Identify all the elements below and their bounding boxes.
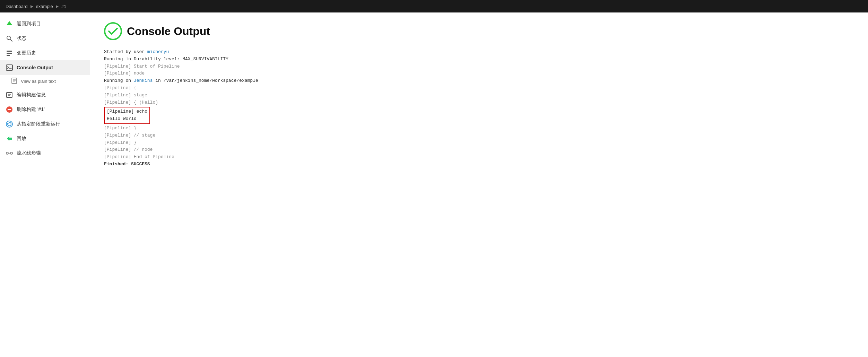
sidebar-label-edit-build-info: 编辑构建信息 [17,92,46,98]
console-line-2: Running in Durability level: MAX_SURVIVA… [104,56,854,63]
sidebar-label-view-plain-text: View as plain text [21,79,56,84]
svg-point-22 [105,23,121,40]
page-title: Console Output [127,25,210,38]
console-line-3: [Pipeline] Start of Pipeline [104,63,854,70]
arrow-up-icon [6,20,13,28]
svg-rect-4 [7,53,12,54]
svg-rect-5 [7,55,10,56]
sidebar-label-replay: 从指定阶段重新运行 [17,121,60,127]
edit-icon [6,91,13,99]
console-line-11: [Pipeline] } [104,139,854,147]
svg-marker-0 [7,21,12,25]
sidebar-item-status[interactable]: 状态 [0,31,90,46]
console-line-12: [Pipeline] // node [104,146,854,154]
sidebar-item-rollback[interactable]: 回放 [0,131,90,146]
top-bar: Dashboard ▶ example ▶ #1 [0,0,868,12]
search-icon [6,35,13,42]
console-line-echo: [Pipeline] echo [107,108,147,115]
console-line-6: [Pipeline] { [104,85,854,92]
breadcrumb-dashboard[interactable]: Dashboard [6,4,28,9]
svg-point-17 [6,121,12,127]
sidebar-item-pipeline-steps[interactable]: 流水线步骤 [0,146,90,160]
sidebar-label-pipeline-steps: 流水线步骤 [17,150,41,156]
page-title-row: Console Output [104,22,854,40]
sidebar-item-view-plain-text[interactable]: View as plain text [0,75,90,88]
svg-point-19 [6,152,8,154]
console-line-1: Started by user micheryu [104,49,854,56]
user-link[interactable]: micheryu [147,49,169,54]
sidebar-item-edit-build-info[interactable]: 编辑构建信息 [0,88,90,102]
svg-rect-3 [7,51,12,52]
console-line-4: [Pipeline] node [104,70,854,77]
svg-point-20 [10,152,12,154]
jenkins-link[interactable]: Jenkins [134,78,153,83]
sidebar-item-change-history[interactable]: 变更历史 [0,46,90,60]
console-line-finished: Finished: SUCCESS [104,161,854,168]
sidebar-item-back-to-project[interactable]: 返回到项目 [0,17,90,31]
sidebar-item-console-output[interactable]: Console Output [0,60,90,75]
breadcrumb: Dashboard ▶ example ▶ #1 [6,4,66,9]
main-content: Console Output Started by user micheryu … [90,12,868,357]
console-line-8: [Pipeline] { (Hello) [104,99,854,106]
replay-icon [6,120,13,128]
breadcrumb-sep-2: ▶ [56,4,59,9]
plain-text-icon [11,78,17,85]
svg-rect-12 [7,93,12,97]
breadcrumb-build[interactable]: #1 [61,4,66,9]
sidebar: 返回到项目 状态 变更历史 [0,12,90,357]
sidebar-item-delete-build[interactable]: 删除构建 '#1' [0,102,90,117]
sidebar-label-status: 状态 [17,35,26,42]
console-output-area: Started by user micheryu Running in Dura… [104,49,854,168]
history-icon [6,49,13,57]
layout: 返回到项目 状态 变更历史 [0,12,868,357]
console-icon [6,64,13,71]
console-line-hello-world: Hello World [107,115,147,123]
console-line-13: [Pipeline] End of Pipeline [104,154,854,161]
sidebar-label-delete-build: 删除构建 '#1' [17,106,45,113]
sidebar-item-replay[interactable]: 从指定阶段重新运行 [0,117,90,131]
console-line-9: [Pipeline] } [104,125,854,132]
sidebar-label-back-to-project: 返回到项目 [17,21,41,27]
console-line-10: [Pipeline] // stage [104,132,854,139]
sidebar-label-rollback: 回放 [17,136,26,142]
delete-icon [6,106,13,113]
console-line-5: Running on Jenkins in /var/jenkins_home/… [104,77,854,85]
rollback-icon [6,135,13,142]
pipeline-icon [6,149,13,157]
highlight-box: [Pipeline] echo Hello World [104,107,150,124]
svg-rect-6 [6,65,12,70]
svg-marker-18 [7,136,12,141]
svg-line-2 [10,39,12,41]
console-line-7: [Pipeline] stage [104,92,854,99]
success-check-icon [104,22,122,40]
breadcrumb-example[interactable]: example [36,4,53,9]
breadcrumb-sep-1: ▶ [31,4,33,9]
sidebar-label-change-history: 变更历史 [17,50,36,56]
sidebar-label-console-output: Console Output [17,65,53,70]
